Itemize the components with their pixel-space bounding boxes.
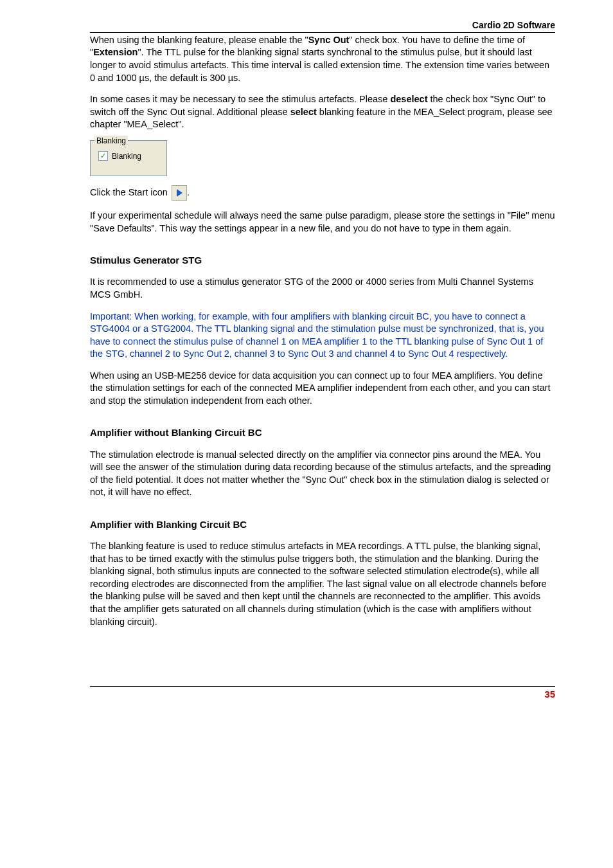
blanking-checkbox-label: Blanking <box>112 151 141 161</box>
blanking-checkbox[interactable]: ✓ <box>98 151 108 161</box>
header-title: Cardio 2D Software <box>90 19 555 33</box>
blanking-groupbox: Blanking ✓ Blanking <box>90 140 167 176</box>
paragraph-amp-without-bc: The stimulation electrode is manual sele… <box>90 449 555 499</box>
text: . <box>187 187 190 197</box>
page-number: 35 <box>90 686 555 701</box>
paragraph-sync-out: When using the blanking feature, please … <box>90 34 555 84</box>
bold-select: select <box>290 107 317 117</box>
play-icon[interactable] <box>172 185 187 201</box>
paragraph-amp-with-bc: The blanking feature is used to reduce s… <box>90 540 555 628</box>
bold-deselect: deselect <box>390 94 427 104</box>
paragraph-save-defaults: If your experimental schedule will alway… <box>90 210 555 235</box>
groupbox-legend: Blanking <box>94 136 128 146</box>
paragraph-deselect: In some cases it may be necessary to see… <box>90 93 555 131</box>
section-title-amp-without-bc: Amplifier without Blanking Circuit BC <box>90 426 555 439</box>
bold-extension: Extension <box>93 47 138 57</box>
text: When using the blanking feature, please … <box>90 35 308 45</box>
bold-sync-out: Sync Out <box>308 35 350 45</box>
text: Click the Start icon <box>90 187 170 197</box>
paragraph-important: Important: When working, for example, wi… <box>90 311 555 361</box>
section-title-amp-with-bc: Amplifier with Blanking Circuit BC <box>90 518 555 531</box>
start-icon-line: Click the Start icon . <box>90 185 555 201</box>
paragraph-stg-reco: It is recommended to use a stimulus gene… <box>90 276 555 301</box>
text: ". The TTL pulse for the blanking signal… <box>90 47 549 82</box>
text: In some cases it may be necessary to see… <box>90 94 390 104</box>
section-title-stg: Stimulus Generator STG <box>90 254 555 267</box>
paragraph-usb-me256: When using an USB-ME256 device for data … <box>90 370 555 408</box>
